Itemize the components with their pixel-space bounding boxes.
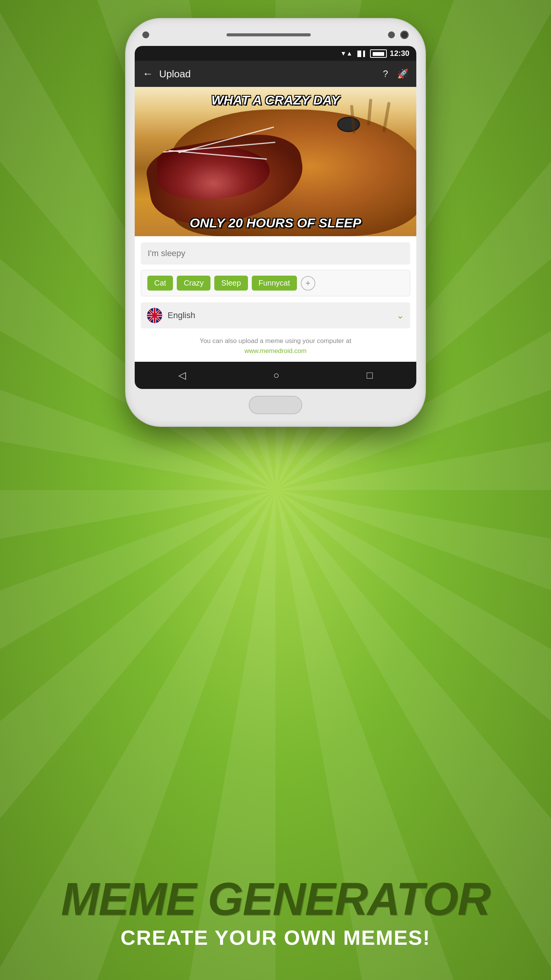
- screen-title: Upload: [159, 68, 377, 80]
- footer-area: MEME GENERATOR CREATE YOUR OWN MEMES!: [0, 876, 551, 949]
- app-subtitle: CREATE YOUR OWN MEMES!: [0, 926, 551, 949]
- meme-image-container: WHAT A CRAZY DAY ONLY 20 HOURS OF SLEEP: [135, 87, 416, 236]
- app-title: MEME GENERATOR: [0, 876, 551, 922]
- back-button[interactable]: ←: [142, 68, 153, 80]
- meme-top-text: WHAT A CRAZY DAY: [135, 93, 416, 107]
- language-text: English: [168, 310, 391, 320]
- phone-bottom-bar: [135, 396, 416, 414]
- content-area: Cat Crazy Sleep Funnycat +: [135, 236, 416, 362]
- add-tag-button[interactable]: +: [301, 276, 315, 291]
- upload-note: You can also upload a meme using your co…: [141, 336, 410, 356]
- upload-note-text: You can also upload a meme using your co…: [200, 337, 351, 345]
- phone-top-bar: [135, 31, 416, 39]
- flag-icon: [147, 308, 162, 323]
- app-bar: ← Upload ? 🚀: [135, 61, 416, 87]
- status-time: 12:30: [390, 49, 409, 58]
- status-icons: ▼▲ ▐▌▌ 12:30: [340, 49, 409, 58]
- upload-note-link[interactable]: www.memedroid.com: [245, 347, 307, 354]
- app-bar-icons: ? 🚀: [383, 69, 409, 79]
- tag-funnycat[interactable]: Funnycat: [252, 276, 297, 291]
- nav-recent-button[interactable]: □: [367, 369, 373, 381]
- nav-back-button[interactable]: ◁: [178, 369, 186, 381]
- phone-device: ▼▲ ▐▌▌ 12:30 ← Upload ? 🚀: [126, 19, 425, 426]
- meme-bottom-text: ONLY 20 HOURS OF SLEEP: [135, 216, 416, 230]
- speaker-dot-left: [142, 31, 149, 38]
- rocket-icon[interactable]: 🚀: [397, 69, 409, 79]
- bottom-navigation: ◁ ○ □: [135, 362, 416, 389]
- phone-home-button: [249, 396, 302, 414]
- wifi-icon: ▼▲: [340, 50, 352, 57]
- language-selector[interactable]: English ⌄: [141, 302, 410, 328]
- status-bar: ▼▲ ▐▌▌ 12:30: [135, 46, 416, 61]
- nav-home-button[interactable]: ○: [273, 369, 279, 381]
- tags-area: Cat Crazy Sleep Funnycat +: [141, 270, 410, 296]
- speaker-grille: [227, 33, 311, 36]
- phone-outer-shell: ▼▲ ▐▌▌ 12:30 ← Upload ? 🚀: [126, 19, 425, 426]
- caption-input[interactable]: [141, 242, 410, 265]
- battery-icon: [370, 49, 387, 58]
- tag-crazy[interactable]: Crazy: [177, 276, 210, 291]
- language-chevron-icon: ⌄: [396, 310, 404, 321]
- tag-cat[interactable]: Cat: [147, 276, 173, 291]
- camera-dot: [388, 31, 395, 38]
- help-icon[interactable]: ?: [383, 69, 388, 79]
- signal-icon: ▐▌▌: [355, 51, 367, 57]
- phone-screen: ▼▲ ▐▌▌ 12:30 ← Upload ? 🚀: [135, 46, 416, 389]
- tag-sleep[interactable]: Sleep: [214, 276, 248, 291]
- front-camera: [400, 31, 409, 39]
